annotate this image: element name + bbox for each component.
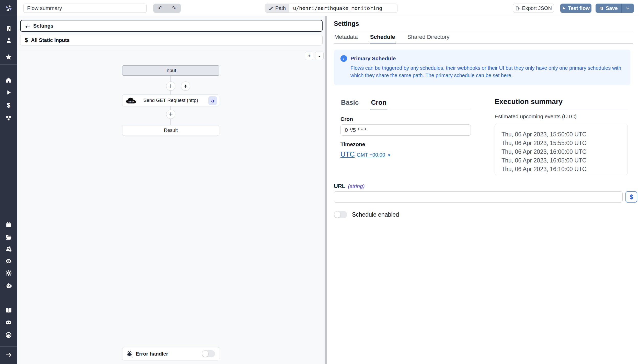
sidebar-item-home[interactable] [0,74,17,86]
star-icon [5,54,12,60]
sidebar-collapse-toggle[interactable] [0,349,17,360]
add-step-button[interactable] [166,81,175,91]
sidebar-item-workers[interactable] [0,280,17,291]
sidebar-divider [0,16,17,16]
flow-summary-input[interactable] [23,4,147,13]
step-id-badge: a [208,96,217,105]
discord-icon [5,319,12,326]
save-button[interactable]: Save [596,4,621,13]
execution-summary-divider [495,109,628,109]
save-icon [599,6,603,10]
timezone-select[interactable]: UTC GMT +00:00 ▼ [340,150,471,158]
zoom-in-button[interactable]: + [305,52,313,60]
title-divider [334,31,633,31]
panel-resize-handle[interactable] [325,16,327,364]
url-field-row: $ [334,191,637,203]
save-dropdown-button[interactable] [622,4,634,13]
http-cloud-icon: HTTP [125,97,137,104]
execution-summary-column: Execution summary Estimated upcoming eve… [495,98,628,175]
cron-input[interactable] [340,124,471,136]
sidebar-item-docs[interactable] [0,305,17,316]
event-item: Thu, 06 Apr 2023, 16:10:00 UTC [501,165,627,173]
tab-schedule[interactable]: Schedule [370,31,396,43]
play-icon [6,89,12,96]
sidebar-item-variables[interactable]: $ [0,100,17,111]
plus-icon [168,112,173,116]
sidebar-item-groups[interactable] [0,243,17,255]
error-handler-label: Error handler [136,351,168,357]
svg-text:HTTP: HTTP [129,101,134,103]
flow-node-http-step[interactable]: HTTP Send GET Request (http) a [122,95,219,106]
toggle-knob [334,212,340,218]
toggle-knob [202,351,208,357]
flow-graph-canvas[interactable]: + - Input HTTP Send GET Request (http) a [17,50,325,364]
add-trigger-button[interactable] [181,81,190,91]
all-static-inputs-button[interactable]: $ All Static Inputs [20,35,323,45]
event-item: Thu, 06 Apr 2023, 16:05:00 UTC [501,156,627,165]
flow-node-input[interactable]: Input [122,65,219,76]
app-sidebar: $ [0,0,17,364]
zoom-out-button[interactable]: - [315,52,324,60]
primary-schedule-info-box: i Primary Schedule Flows can be triggere… [334,50,630,85]
upcoming-events-label: Estimated upcoming events (UTC) [495,113,628,120]
file-export-icon [515,6,520,10]
gear-icon [5,270,12,276]
tab-shared-directory[interactable]: Shared Directory [407,31,450,43]
timezone-offset: GMT +00:00 [357,152,385,158]
flow-settings-button[interactable]: Settings [20,20,323,32]
add-step-button[interactable] [166,110,175,119]
sidebar-item-schedules[interactable] [0,219,17,230]
url-input[interactable] [334,191,623,203]
event-item: Thu, 06 Apr 2023, 16:00:00 UTC [501,147,627,156]
sliders-icon [25,23,30,29]
sidebar-item-user[interactable] [0,35,17,46]
path-field[interactable]: Path u/henri/earthquake_monitoring [265,4,397,13]
redo-button[interactable]: ↷ [167,4,181,13]
timezone-value: UTC [340,150,355,158]
event-item: Thu, 06 Apr 2023, 15:50:00 UTC [501,130,627,139]
flow-editor-panel: Settings $ All Static Inputs + - Input H… [17,16,325,364]
lightning-icon [184,84,188,88]
sidebar-item-folders[interactable] [0,231,17,243]
sidebar-divider [0,346,17,347]
dollar-icon: $ [7,102,10,109]
url-field-label-row: URL (string) [334,183,365,190]
sidebar-item-resources[interactable] [0,112,17,124]
sidebar-item-settings[interactable] [0,267,17,279]
undo-button[interactable]: ↶ [153,4,167,13]
chevron-down-icon [625,6,630,10]
test-flow-button[interactable]: Test flow [560,4,591,13]
sidebar-item-favorites[interactable] [0,51,17,63]
flow-node-result[interactable]: Result [122,125,219,135]
execution-summary-title: Execution summary [495,98,628,106]
schedule-enabled-toggle[interactable] [334,211,347,218]
upcoming-events-list: Thu, 06 Apr 2023, 15:50:00 UTC Thu, 06 A… [495,124,628,175]
plus-icon [168,84,173,88]
github-icon [5,332,12,338]
info-title: Primary Schedule [350,55,396,62]
eye-icon [5,258,12,265]
play-icon [562,6,566,10]
insert-variable-button[interactable]: $ [625,191,637,203]
cron-label: Cron [340,116,471,122]
tab-cron[interactable]: Cron [370,99,387,110]
error-handler-node[interactable]: Error handler [122,347,219,360]
settings-panel: Settings Metadata Schedule Shared Direct… [327,16,639,364]
export-json-button[interactable]: Export JSON [513,4,554,13]
calendar-icon [6,221,12,228]
sidebar-item-discord[interactable] [0,317,17,328]
tab-basic[interactable]: Basic [340,99,359,110]
windmill-logo[interactable] [0,3,17,14]
sidebar-item-workspace[interactable] [0,23,17,34]
error-handler-toggle[interactable] [202,350,215,357]
cubes-icon [5,115,12,121]
flow-settings-label: Settings [33,23,53,29]
sidebar-item-audit-logs[interactable] [0,255,17,267]
http-step-label: Send GET Request (http) [143,98,198,103]
sidebar-item-runs[interactable] [0,87,17,98]
schedule-mode-tabs: Basic Cron [340,99,471,110]
save-split-button: Save [596,4,634,13]
schedule-editor-column: Basic Cron Cron Timezone UTC GMT +00:00 … [340,99,471,158]
tab-metadata[interactable]: Metadata [334,31,358,43]
sidebar-item-github[interactable] [0,329,17,340]
